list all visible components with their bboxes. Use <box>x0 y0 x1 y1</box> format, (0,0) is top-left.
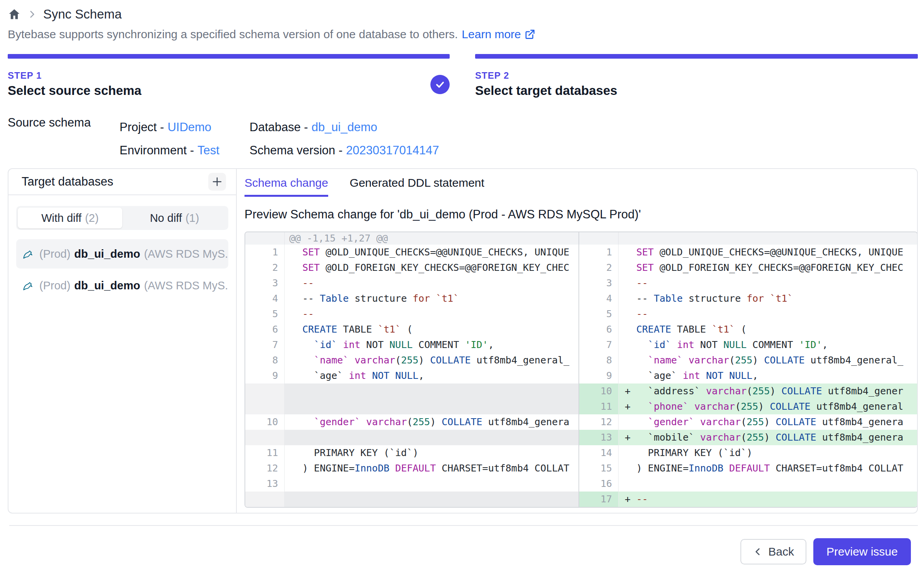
diff-code-row: 1SET @OLD_UNIQUE_CHECKS=@@UNIQUE_CHECKS,… <box>245 245 578 260</box>
back-button-label: Back <box>768 545 794 558</box>
diff-code-row: 9 `age` int NOT NULL, <box>579 368 917 383</box>
line-number: 1 <box>579 245 619 260</box>
diff-hunk-row <box>579 232 917 245</box>
step-2-label: STEP 2 <box>475 70 918 81</box>
back-button[interactable]: Back <box>740 539 806 564</box>
line-number: 10 <box>245 414 285 430</box>
tab-with-diff-label: With diff <box>41 212 81 225</box>
step-1-label: STEP 1 <box>8 70 450 81</box>
code-line: -- Table structure for `t1` <box>619 291 917 306</box>
diff-pane-right: 1SET @OLD_UNIQUE_CHECKS=@@UNIQUE_CHECKS,… <box>579 232 917 507</box>
target-databases-header: Target databases <box>8 169 236 195</box>
diff-code-row: 5-- <box>579 306 917 322</box>
line-number: 15 <box>579 461 619 476</box>
target-databases-title: Target databases <box>22 175 113 189</box>
step-1-progress-bar <box>8 54 450 59</box>
line-number <box>245 399 285 414</box>
line-number: 4 <box>245 291 285 306</box>
field-schema-version: Schema version - 20230317014147 <box>250 139 439 162</box>
add-target-database-button[interactable] <box>208 173 226 191</box>
field-project-label: Project - <box>120 120 164 134</box>
code-line <box>285 399 578 414</box>
field-database-value[interactable]: db_ui_demo <box>312 120 378 134</box>
diff-code-row: 6CREATE TABLE `t1` ( <box>579 322 917 337</box>
mysql-icon <box>22 279 35 292</box>
line-number: 11 <box>579 399 619 414</box>
diff-code-row: 2SET @OLD_FOREIGN_KEY_CHECKS=@@FOREIGN_K… <box>245 260 578 275</box>
description-text: Bytebase supports synchronizing a specif… <box>8 28 458 41</box>
code-line <box>285 430 578 445</box>
preview-title: Preview Schema change for 'db_ui_demo (P… <box>244 208 918 221</box>
diff-code-row: 7 `id` int NOT NULL COMMENT 'ID', <box>579 337 917 353</box>
schema-diff-viewer: @@ -1,15 +1,27 @@1SET @OLD_UNIQUE_CHECKS… <box>244 231 918 508</box>
database-list-item[interactable]: (Prod) db_ui_demo (AWS RDS MyS... <box>16 271 228 300</box>
diff-spacer-row <box>245 383 578 399</box>
diff-code-row: 4-- Table structure for `t1` <box>245 291 578 306</box>
field-environment-value[interactable]: Test <box>197 144 219 157</box>
diff-spacer-row <box>245 399 578 414</box>
plus-icon <box>211 176 223 188</box>
target-database-list: (Prod) db_ui_demo (AWS RDS MyS... (Prod)… <box>8 239 236 300</box>
diff-code-row: 9 `age` int NOT NULL, <box>245 368 578 383</box>
code-line: PRIMARY KEY (`id`) <box>285 445 578 461</box>
line-number <box>245 383 285 399</box>
line-number: 14 <box>579 445 619 461</box>
code-line: SET @OLD_FOREIGN_KEY_CHECKS=@@FOREIGN_KE… <box>285 260 578 275</box>
learn-more-link[interactable]: Learn more <box>462 28 535 41</box>
line-number: 9 <box>579 368 619 383</box>
database-list-item[interactable]: (Prod) db_ui_demo (AWS RDS MyS... <box>16 239 228 269</box>
code-line: -- Table structure for `t1` <box>285 291 578 306</box>
line-number: 6 <box>579 322 619 337</box>
external-link-icon <box>524 29 536 40</box>
step-1-check-badge <box>430 75 450 94</box>
database-instance: (AWS RDS MyS... <box>144 248 228 260</box>
code-line: + `address` varchar(255) COLLATE utf8mb4… <box>619 383 917 399</box>
diff-code-row: 13 <box>245 476 578 492</box>
added-line-marker: + <box>625 430 631 445</box>
diff-code-row: 8 `name` varchar(255) COLLATE utf8mb4_ge… <box>579 353 917 368</box>
line-number: 7 <box>579 337 619 353</box>
main-card: Target databases With diff (2) No diff (… <box>8 168 918 514</box>
tab-no-diff-label: No diff <box>150 212 182 225</box>
line-number: 6 <box>245 322 285 337</box>
preview-tabs: Schema change Generated DDL statement <box>237 169 918 197</box>
field-schema-version-label: Schema version - <box>250 144 342 157</box>
tab-schema-change[interactable]: Schema change <box>244 176 328 197</box>
step-2-progress-bar <box>475 54 918 59</box>
field-project-value[interactable]: UIDemo <box>167 120 211 134</box>
diff-added-row: 17+-- <box>579 492 917 507</box>
field-environment-label: Environment - <box>120 144 194 157</box>
field-schema-version-value[interactable]: 20230317014147 <box>346 144 439 157</box>
code-line: `age` int NOT NULL, <box>619 368 917 383</box>
database-name: db_ui_demo <box>74 248 140 260</box>
chevron-right-icon <box>27 9 37 19</box>
diff-code-row: 1SET @OLD_UNIQUE_CHECKS=@@UNIQUE_CHECKS,… <box>579 245 917 260</box>
field-database-label: Database - <box>250 120 308 134</box>
line-number: 16 <box>579 476 619 492</box>
line-number <box>579 232 619 245</box>
code-line: @@ -1,15 +1,27 @@ <box>285 232 578 245</box>
diff-code-row: 7 `id` int NOT NULL COMMENT 'ID', <box>245 337 578 353</box>
field-project: Project - UIDemo <box>120 116 250 139</box>
diff-code-row: 12 `gender` varchar(255) COLLATE utf8mb4… <box>579 414 917 430</box>
stepper: STEP 1 Select source schema STEP 2 Selec… <box>8 54 918 98</box>
tab-no-diff[interactable]: No diff (1) <box>122 208 227 228</box>
diff-code-row: 11 PRIMARY KEY (`id`) <box>245 445 578 461</box>
tab-with-diff[interactable]: With diff (2) <box>18 208 122 228</box>
code-line: +-- <box>619 492 917 507</box>
line-number <box>245 492 285 507</box>
line-number: 5 <box>579 306 619 322</box>
schema-preview-panel: Schema change Generated DDL statement Pr… <box>236 169 918 513</box>
code-line <box>619 232 917 245</box>
code-line <box>285 383 578 399</box>
diff-code-row: 8 `name` varchar(255) COLLATE utf8mb4_ge… <box>245 353 578 368</box>
footer-divider <box>9 525 918 526</box>
tab-generated-ddl[interactable]: Generated DDL statement <box>350 176 484 197</box>
step-1-title: Select source schema <box>8 83 450 98</box>
learn-more-label: Learn more <box>462 28 521 41</box>
home-icon[interactable] <box>8 8 21 21</box>
code-line: PRIMARY KEY (`id`) <box>619 445 917 461</box>
tab-no-diff-count: (1) <box>185 212 199 225</box>
code-line: `name` varchar(255) COLLATE utf8mb4_gene… <box>619 353 917 368</box>
preview-issue-button[interactable]: Preview issue <box>813 538 911 565</box>
